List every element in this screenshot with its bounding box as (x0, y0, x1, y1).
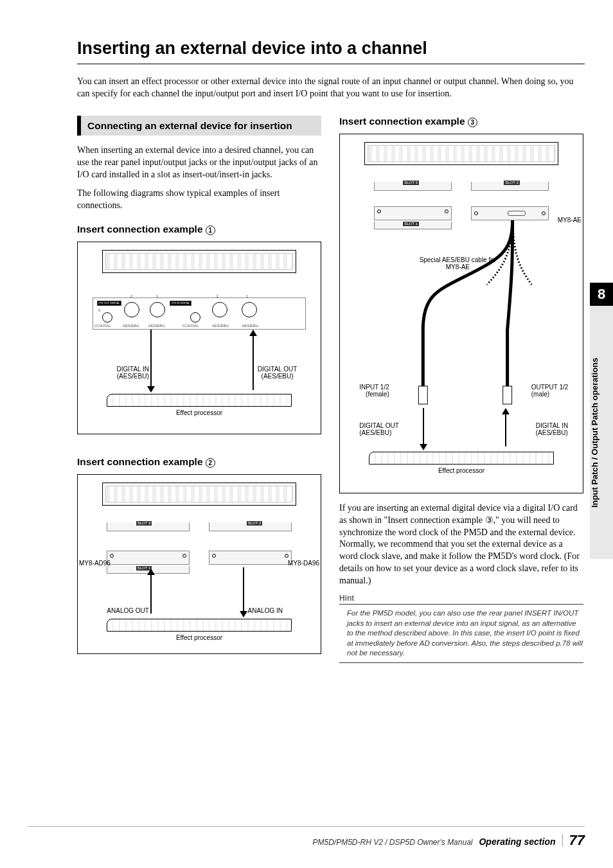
hint-top-rule (339, 604, 583, 605)
digital-in-label: DIGITAL IN(AES/EBU) (116, 366, 149, 380)
diagram-1: 2TR OUT DIGITAL 2TR IN DIGITAL 3 2 1 2 1… (77, 242, 321, 434)
cable-label: Special AES/EBU cable for MY8-AE (413, 256, 502, 271)
cable-out (150, 330, 152, 387)
footer-section: Operating section (479, 837, 555, 847)
analog-in-label: ANALOG IN (248, 607, 283, 615)
d3-digital-in-label: DIGITAL IN(AES/EBU) (536, 422, 569, 437)
diagram-2: SLOT 3 SLOT 2 SLOT 1 MY8-AD96 MY8-DA96 A… (77, 474, 321, 654)
section-heading: Connecting an external device for insert… (77, 116, 321, 136)
chapter-number: 8 (590, 283, 613, 306)
example-2-title: Insert connection example 2 (77, 456, 321, 468)
cable-fan-icon (340, 220, 583, 407)
arrow-d3-right (502, 408, 510, 414)
label-2a: 2 (130, 294, 132, 299)
example-1-title: Insert connection example 1 (77, 224, 321, 235)
arrow-out (147, 386, 155, 393)
label-1a: 1 (156, 294, 158, 299)
jack-out-2 (124, 302, 139, 317)
d3-slot2-label: SLOT 2 (504, 181, 520, 185)
arrow-d3-left (420, 444, 427, 450)
svg-rect-1 (503, 386, 512, 404)
cable-analog-out (150, 575, 152, 614)
2tr-out-digital-label: 2TR OUT DIGITAL (97, 301, 121, 306)
slot3-label: SLOT 3 (136, 521, 152, 526)
svg-rect-0 (418, 386, 427, 404)
jack-in-3 (190, 312, 200, 323)
d3-digital-out-label: DIGITAL OUT(AES/EBU) (359, 422, 399, 437)
example-3-title: Insert connection example 3 (339, 116, 583, 127)
diagram-3: SLOT 3 SLOT 2 SLOT 1 MY8-AE (339, 134, 583, 493)
circled-3-icon: 3 (468, 118, 477, 127)
left-para-1: When inserting an external device into a… (77, 145, 321, 181)
arrow-in (249, 330, 257, 336)
slot-card-right (209, 551, 292, 565)
effect-processor-2-label: Effect processor (78, 634, 321, 641)
aes-label-2: AES/EBU (148, 324, 165, 328)
effect-processor-1-label: Effect processor (78, 409, 321, 416)
arrow-analog-out-up (147, 569, 155, 575)
effect-processor-2 (107, 619, 291, 632)
d3-slot3-label: SLOT 3 (403, 181, 419, 185)
d3-slot-card-right (471, 206, 549, 220)
footer-doc-title: PM5D/PM5D-RH V2 / DSP5D Owner's Manual (312, 838, 472, 847)
my8-ad96-label: MY8-AD96 (79, 560, 111, 567)
aes-label-3: AES/EBU (212, 324, 229, 328)
effect-processor-3 (369, 452, 553, 465)
right-column: Insert connection example 3 SLOT 3 SLOT … (339, 116, 583, 663)
title-rule (77, 64, 585, 64)
example-3-label: Insert connection example (339, 116, 465, 127)
aes-label-1: AES/EBU (123, 324, 139, 328)
digital-out-label: DIGITAL OUT(AES/EBU) (258, 366, 298, 380)
jack-in-2 (212, 302, 227, 317)
mixer-rear-panel-2 (102, 483, 296, 506)
jack-in-1 (242, 302, 257, 317)
cable-d3-left (423, 408, 424, 445)
label-2b: 2 (216, 294, 218, 299)
example-1-label: Insert connection example (77, 224, 203, 235)
chapter-label: Input Patch / Output Patch operations (590, 306, 613, 559)
coax-label-2: COAXIAL (182, 324, 199, 328)
effect-processor-3-label: Effect processor (340, 467, 583, 474)
slot-card-left (107, 551, 190, 565)
left-para-2: The following diagrams show typical exam… (77, 188, 321, 212)
footer-divider (562, 834, 563, 847)
circled-2-icon: 2 (206, 458, 215, 468)
mixer-rear-panel-3 (364, 142, 558, 165)
hint-body: For the PM5D model, you can also use the… (339, 608, 583, 663)
label-1b: 1 (246, 294, 248, 299)
d3-slot-card-left (374, 206, 452, 220)
coax-label-1: COAXIAL (94, 324, 111, 328)
page-title: Inserting an external device into a chan… (77, 39, 585, 58)
aes-label-4: AES/EBU (242, 324, 258, 328)
cable-analog-in (243, 567, 244, 611)
slot2-label: SLOT 2 (247, 521, 263, 526)
jack-out-3 (102, 312, 112, 323)
input12-label: INPUT 1/2(female) (359, 384, 389, 398)
output12-label: OUTPUT 1/2(male) (531, 384, 569, 398)
analog-out-label: ANALOG OUT (107, 607, 149, 615)
two-column-layout: Connecting an external device for insert… (77, 116, 585, 663)
page-footer: PM5D/PM5D-RH V2 / DSP5D Owner's Manual O… (28, 826, 585, 849)
my8-da96-label: MY8-DA96 (288, 560, 319, 567)
mixer-rear-panel (102, 250, 296, 273)
cable-in (253, 336, 254, 390)
arrow-analog-in-down (240, 611, 247, 617)
footer-page-number: 77 (569, 832, 585, 849)
effect-processor-1 (107, 394, 291, 407)
example-2-label: Insert connection example (77, 456, 203, 467)
right-para: If you are inserting an external digital… (339, 502, 583, 587)
cable-d3-right (505, 414, 506, 447)
label-3a: 3 (98, 308, 100, 313)
panel-jacks-row: 2TR OUT DIGITAL 2TR IN DIGITAL 3 2 1 2 1… (93, 297, 306, 330)
2tr-in-digital-label: 2TR IN DIGITAL (170, 301, 191, 306)
left-column: Connecting an external device for insert… (77, 116, 321, 663)
intro-paragraph: You can insert an effect processor or ot… (77, 76, 585, 100)
hint-heading: Hint (339, 594, 583, 603)
circled-1-icon: 1 (206, 226, 215, 235)
chapter-tab: 8 Input Patch / Output Patch operations (590, 283, 613, 559)
jack-out-1 (150, 302, 165, 317)
